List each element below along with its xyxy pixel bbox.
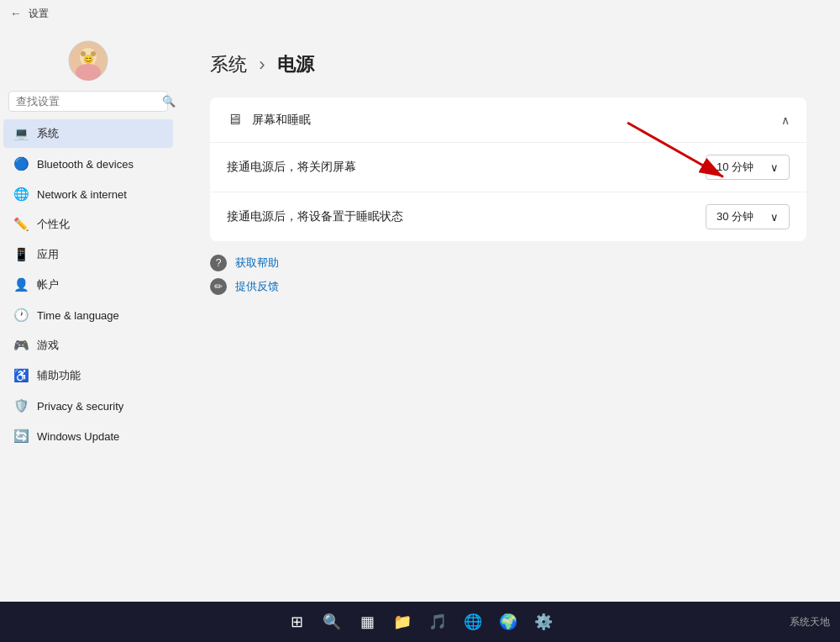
media-button[interactable]: 🎵 (423, 607, 453, 637)
apps-icon: 📱 (13, 247, 29, 262)
personalization-icon: ✏️ (13, 217, 29, 232)
sidebar-item-windows-update[interactable]: 🔄 Windows Update (3, 422, 173, 450)
feedback-icon: ✏ (210, 278, 227, 295)
network-icon: 🌐 (13, 187, 29, 202)
help-section: ? 获取帮助 ✏ 提供反馈 (210, 255, 806, 295)
sidebar-item-label: 系统 (37, 126, 59, 141)
sidebar-item-bluetooth[interactable]: 🔵 Bluetooth & devices (3, 150, 173, 178)
chevron-down-icon: ∨ (770, 211, 779, 224)
screen-icon: 🖥 (227, 111, 242, 129)
titlebar: ← 设置 (0, 0, 840, 27)
sleep-value: 30 分钟 ∨ (706, 204, 790, 229)
sidebar: 😊 🔍 💻 系统 🔵 Bluetooth & devices 🌐 Network… (0, 27, 176, 602)
start-button[interactable]: ⊞ (281, 607, 312, 637)
sidebar-item-system[interactable]: 💻 系统 (3, 119, 173, 148)
titlebar-title: 设置 (29, 7, 49, 21)
time-icon: 🕐 (13, 308, 29, 323)
card-header-screen-sleep[interactable]: 🖥 屏幕和睡眠 ∧ (210, 97, 806, 143)
file-explorer-button[interactable]: 📁 (387, 607, 417, 637)
get-help-link[interactable]: ? 获取帮助 (210, 255, 806, 271)
sidebar-item-label: 应用 (37, 247, 59, 262)
sidebar-item-time[interactable]: 🕐 Time & language (3, 301, 173, 329)
bluetooth-icon: 🔵 (13, 156, 29, 171)
card-header-left: 🖥 屏幕和睡眠 (227, 111, 311, 129)
windows-update-icon: 🔄 (13, 429, 29, 444)
screen-off-value: 10 分钟 ∨ (706, 155, 790, 180)
sidebar-item-accessibility[interactable]: ♿ 辅助功能 (3, 361, 173, 390)
sidebar-item-gaming[interactable]: 🎮 游戏 (3, 331, 173, 360)
task-view-button[interactable]: ▦ (352, 607, 382, 637)
search-icon: 🔍 (162, 95, 176, 108)
sidebar-item-label: Privacy & security (37, 400, 123, 413)
sidebar-item-accounts[interactable]: 👤 帐户 (3, 271, 173, 299)
search-box[interactable]: 🔍 (8, 91, 168, 112)
screen-off-value-text: 10 分钟 (717, 160, 753, 175)
screen-off-row: 接通电源后，将关闭屏幕 10 分钟 ∨ (210, 143, 806, 192)
sidebar-item-apps[interactable]: 📱 应用 (3, 240, 173, 269)
chevron-down-icon: ∨ (770, 161, 779, 174)
chevron-up-icon: ∧ (781, 113, 790, 127)
sleep-label: 接通电源后，将设备置于睡眠状态 (227, 209, 403, 224)
feedback-link[interactable]: ✏ 提供反馈 (210, 278, 806, 295)
settings-taskbar-button[interactable]: ⚙️ (528, 607, 559, 637)
sidebar-item-network[interactable]: 🌐 Network & internet (3, 180, 173, 208)
get-help-icon: ? (210, 255, 227, 271)
breadcrumb-separator: › (259, 54, 265, 75)
back-button[interactable]: ← (10, 7, 22, 20)
screen-off-dropdown[interactable]: 10 分钟 ∨ (706, 155, 790, 180)
sidebar-item-label: Time & language (37, 309, 119, 322)
sleep-value-text: 30 分钟 (717, 209, 753, 224)
breadcrumb-current: 电源 (277, 54, 314, 75)
breadcrumb: 系统 › 电源 (210, 52, 806, 77)
main-content: 系统 › 电源 🖥 屏幕和睡眠 ∧ 接通电源后，将关闭屏幕 (176, 27, 840, 602)
feedback-label: 提供反馈 (235, 279, 279, 294)
sidebar-item-label: 辅助功能 (37, 368, 81, 383)
taskbar-right: 系统天地 (790, 615, 830, 629)
taskbar: ⊞ 🔍 ▦ 📁 🎵 🌐 🌍 ⚙️ 系统天地 (0, 602, 840, 642)
sidebar-item-personalization[interactable]: ✏️ 个性化 (3, 210, 173, 239)
avatar: 😊 (68, 40, 108, 81)
sidebar-item-label: 游戏 (37, 338, 59, 353)
privacy-icon: 🛡️ (13, 398, 29, 413)
accessibility-icon: ♿ (13, 368, 29, 383)
taskbar-time: 系统天地 (790, 615, 830, 629)
screen-off-label: 接通电源后，将关闭屏幕 (227, 160, 356, 175)
search-input[interactable] (16, 95, 157, 108)
search-taskbar-button[interactable]: 🔍 (317, 607, 347, 637)
accounts-icon: 👤 (13, 277, 29, 292)
sidebar-item-label: Windows Update (37, 430, 119, 443)
card-header-label: 屏幕和睡眠 (252, 113, 311, 128)
screen-sleep-card: 🖥 屏幕和睡眠 ∧ 接通电源后，将关闭屏幕 10 分钟 ∨ (210, 97, 806, 241)
browser1-button[interactable]: 🌐 (458, 607, 488, 637)
gaming-icon: 🎮 (13, 338, 29, 353)
sidebar-item-label: 帐户 (37, 277, 59, 292)
sidebar-item-label: 个性化 (37, 217, 70, 232)
get-help-label: 获取帮助 (235, 255, 279, 271)
system-icon: 💻 (13, 126, 29, 141)
sidebar-item-privacy[interactable]: 🛡️ Privacy & security (3, 392, 173, 420)
svg-text:😊: 😊 (83, 54, 94, 65)
svg-point-2 (76, 64, 101, 81)
sleep-row: 接通电源后，将设备置于睡眠状态 30 分钟 ∨ (210, 192, 806, 241)
sidebar-item-label: Network & internet (37, 188, 127, 201)
breadcrumb-parent: 系统 (210, 54, 247, 75)
browser2-button[interactable]: 🌍 (493, 607, 523, 637)
sleep-dropdown[interactable]: 30 分钟 ∨ (706, 204, 790, 229)
sidebar-item-label: Bluetooth & devices (37, 158, 134, 171)
